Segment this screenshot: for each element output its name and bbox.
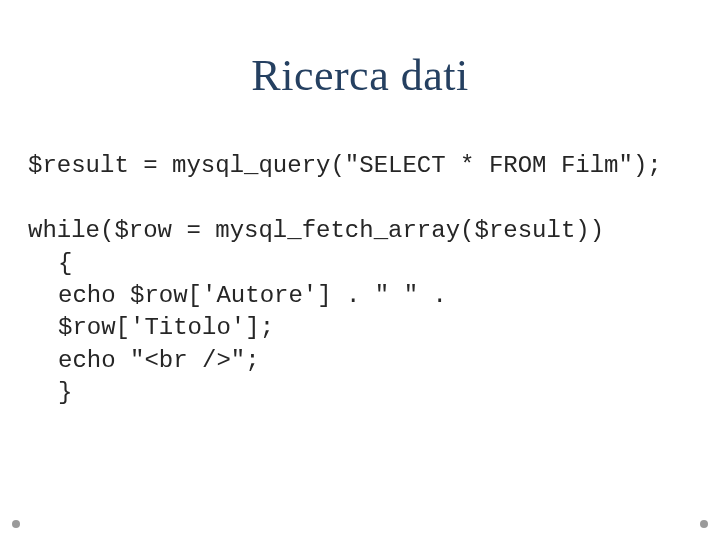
code-line-6: echo "<br />"; [28, 347, 260, 374]
decoration-dot-bottom-right [700, 520, 708, 528]
page-title: Ricerca dati [0, 50, 720, 101]
code-line-4: echo $row['Autore'] . " " . [28, 282, 447, 309]
code-line-3: { [28, 250, 72, 277]
decoration-dot-bottom-left [12, 520, 20, 528]
code-block: $result = mysql_query("SELECT * FROM Fil… [28, 118, 692, 442]
code-line-7: } [28, 379, 72, 406]
code-line-2: while($row = mysql_fetch_array($result)) [28, 217, 604, 244]
slide: Ricerca dati $result = mysql_query("SELE… [0, 0, 720, 540]
code-line-5: $row['Titolo']; [28, 314, 274, 341]
code-line-1: $result = mysql_query("SELECT * FROM Fil… [28, 152, 662, 179]
